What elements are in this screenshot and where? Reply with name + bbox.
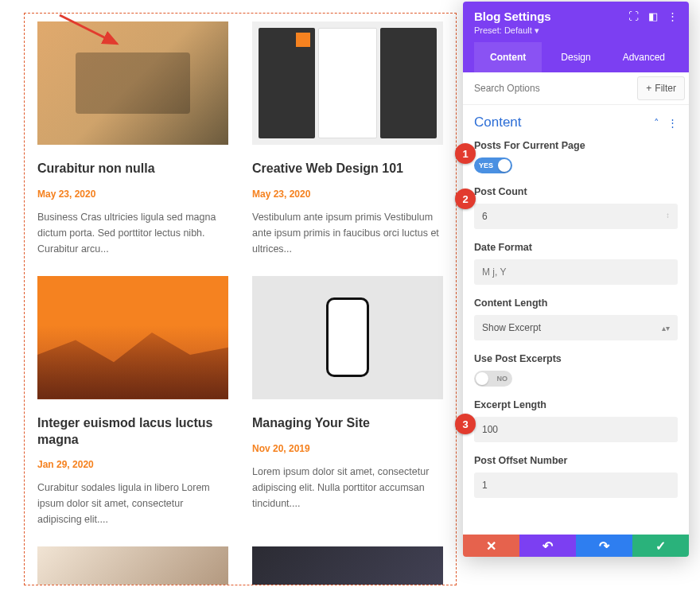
undo-button[interactable]: ↶ <box>519 535 576 557</box>
field-label: Use Post Excerpts <box>474 353 678 364</box>
stepper-icon[interactable]: ↕ <box>666 211 670 220</box>
post-excerpt: Vestibulum ante ipsum primis Vestibulum … <box>252 209 443 257</box>
post-thumbnail[interactable] <box>37 276 228 399</box>
post-excerpt: Curabitur sodales ligula in libero Lorem… <box>37 480 228 527</box>
post-thumbnail[interactable] <box>37 21 228 145</box>
field-label: Excerpt Length <box>474 399 678 410</box>
redo-button[interactable]: ↷ <box>576 535 632 557</box>
post-thumbnail[interactable] <box>252 276 443 399</box>
blog-preview-canvas: Curabitur non nulla May 23, 2020 Busines… <box>24 13 457 585</box>
post-offset-input[interactable]: 1 <box>474 472 678 498</box>
post-card[interactable]: Curabitur non nulla May 23, 2020 Busines… <box>37 21 228 257</box>
date-format-input[interactable] <box>474 259 678 285</box>
post-date: Nov 20, 2019 <box>252 443 443 454</box>
expand-icon[interactable]: ⛶ <box>628 10 639 22</box>
field-label: Content Length <box>474 297 678 309</box>
post-count-input[interactable]: 6↕ <box>474 204 678 229</box>
post-excerpt: Lorem ipsum dolor sit amet, consectetur … <box>252 464 443 511</box>
use-excerpts-toggle[interactable]: NO <box>474 371 512 387</box>
post-date: Jan 29, 2020 <box>37 459 228 470</box>
excerpt-length-input[interactable]: 100 <box>474 417 678 442</box>
collapse-icon[interactable]: ˄ <box>654 117 659 129</box>
content-length-select[interactable]: Show Excerpt ▴▾ <box>474 315 678 340</box>
blog-settings-panel: Blog Settings ⛶ ◧ ⋮ Preset: Default ▾ Co… <box>463 2 689 557</box>
preset-selector[interactable]: Preset: Default ▾ <box>474 25 678 42</box>
field-label: Post Offset Number <box>474 455 678 466</box>
post-card[interactable] <box>37 546 228 585</box>
section-more-icon[interactable]: ⋮ <box>667 117 678 129</box>
post-title[interactable]: Creative Web Design 101 <box>252 161 443 177</box>
post-excerpt: Business Cras ultricies ligula sed magna… <box>37 209 228 257</box>
post-card[interactable] <box>252 546 443 585</box>
post-date: May 23, 2020 <box>252 189 443 200</box>
annotation-badge-1: 1 <box>455 143 476 164</box>
field-label: Posts For Current Page <box>474 140 678 151</box>
post-card[interactable]: Integer euismod lacus luctus magna Jan 2… <box>37 276 228 528</box>
section-title[interactable]: Content <box>474 115 522 130</box>
field-label: Date Format <box>474 242 678 253</box>
post-title[interactable]: Curabitur non nulla <box>37 161 228 177</box>
post-card[interactable]: Creative Web Design 101 May 23, 2020 Ves… <box>252 21 443 257</box>
annotation-badge-2: 2 <box>455 189 476 209</box>
tab-content[interactable]: Content <box>474 42 542 72</box>
post-date: May 23, 2020 <box>37 189 228 200</box>
post-title[interactable]: Managing Your Site <box>252 415 443 432</box>
cancel-button[interactable]: ✕ <box>463 535 519 557</box>
more-icon[interactable]: ⋮ <box>667 10 678 22</box>
chevron-updown-icon: ▴▾ <box>662 324 670 332</box>
filter-button[interactable]: +Filter <box>637 76 685 100</box>
post-title[interactable]: Integer euismod lacus luctus magna <box>37 415 228 449</box>
tab-design[interactable]: Design <box>542 42 609 72</box>
field-label: Post Count <box>474 186 678 197</box>
post-card[interactable]: Managing Your Site Nov 20, 2019 Lorem ip… <box>252 276 443 528</box>
tab-advanced[interactable]: Advanced <box>610 42 678 72</box>
dock-icon[interactable]: ◧ <box>648 10 658 22</box>
post-thumbnail[interactable] <box>252 21 443 145</box>
search-input[interactable] <box>463 73 633 103</box>
posts-current-toggle[interactable]: YES <box>474 157 512 173</box>
post-thumbnail[interactable] <box>252 546 443 585</box>
post-thumbnail[interactable] <box>37 546 228 585</box>
panel-title: Blog Settings <box>474 10 551 23</box>
save-button[interactable]: ✓ <box>632 535 689 557</box>
annotation-badge-3: 3 <box>455 414 476 434</box>
